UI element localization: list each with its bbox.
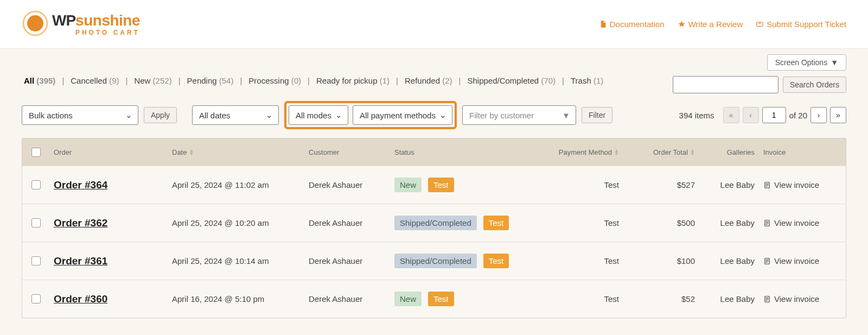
table-row: Order #362April 25, 2024 @ 10:20 amDerek… — [22, 204, 846, 242]
customer-filter-select[interactable]: Filter by customer▼ — [462, 105, 576, 125]
order-method: Test — [547, 294, 623, 304]
count: (252) — [153, 76, 172, 85]
row-checkbox[interactable] — [31, 180, 41, 189]
top-links: Documentation Write a Review Submit Supp… — [599, 20, 846, 29]
status-filter-trash[interactable]: Trash (1) — [571, 76, 603, 85]
order-method: Test — [547, 256, 623, 266]
view-invoice-link[interactable]: View invoice — [763, 180, 819, 189]
count: (9) — [109, 76, 119, 85]
order-total: $527 — [623, 180, 699, 189]
order-date: April 25, 2024 @ 10:14 am — [168, 256, 304, 266]
view-invoice-link[interactable]: View invoice — [763, 256, 819, 266]
status-filter-processing[interactable]: Processing (0) — [248, 76, 301, 85]
filter-button[interactable]: Filter — [582, 107, 612, 123]
order-link[interactable]: Order #361 — [54, 255, 107, 267]
test-pill: Test — [483, 216, 509, 230]
order-link[interactable]: Order #362 — [54, 217, 107, 229]
test-pill: Test — [483, 254, 509, 268]
search-input[interactable] — [673, 76, 778, 93]
status-filter-new[interactable]: New (252) — [134, 76, 171, 85]
first-page-button[interactable]: « — [723, 107, 739, 123]
order-date: April 16, 2024 @ 5:10 pm — [168, 294, 304, 304]
page-input[interactable] — [762, 107, 786, 123]
status-filter-links: All (395)|Cancelled (9)|New (252)|Pendin… — [22, 76, 605, 85]
status-filter-cancelled[interactable]: Cancelled (9) — [71, 76, 119, 85]
view-invoice-link[interactable]: View invoice — [763, 218, 819, 227]
status-filter-refunded[interactable]: Refunded (2) — [405, 76, 452, 85]
count: (395) — [36, 76, 55, 85]
bulk-actions-select[interactable]: Bulk actions⌄ — [22, 105, 138, 125]
ticket-icon — [756, 20, 764, 28]
status-pill: Shipped/Completed — [394, 216, 477, 230]
orders-table: Order Date▲▼ Customer Status Payment Met… — [22, 138, 846, 318]
order-method: Test — [547, 180, 623, 189]
next-page-button[interactable]: › — [810, 107, 827, 123]
review-link[interactable]: Write a Review — [678, 20, 743, 29]
items-count: 394 items — [679, 111, 714, 120]
sun-icon — [22, 10, 49, 39]
chevron-down-icon: ⌄ — [266, 110, 273, 120]
order-gallery: Lee Baby — [699, 218, 759, 227]
screen-options-toggle[interactable]: Screen Options▼ — [767, 54, 846, 71]
docs-link[interactable]: Documentation — [599, 20, 665, 29]
modes-select[interactable]: All modes⌄ — [289, 105, 348, 125]
top-bar: WPsunshine PHOTO CART Documentation Writ… — [0, 0, 868, 49]
payment-methods-select[interactable]: All payment methods⌄ — [353, 105, 452, 125]
count: (1) — [593, 76, 603, 85]
invoice-icon — [763, 181, 771, 189]
order-customer: Derek Ashauer — [304, 180, 390, 189]
status-filter-pending[interactable]: Pending (54) — [187, 76, 234, 85]
status-filter-all[interactable]: All (395) — [24, 76, 55, 85]
order-link[interactable]: Order #364 — [54, 179, 107, 191]
status-pill: New — [394, 178, 422, 192]
order-status: Shipped/CompletedTest — [390, 254, 547, 268]
status-pill: New — [394, 292, 422, 306]
search-orders-button[interactable]: Search Orders — [783, 77, 846, 93]
chevron-down-icon: ▼ — [562, 111, 570, 120]
last-page-button[interactable]: » — [830, 107, 846, 123]
apply-button[interactable]: Apply — [144, 107, 177, 123]
count: (2) — [442, 76, 452, 85]
order-gallery: Lee Baby — [699, 294, 759, 304]
col-date[interactable]: Date▲▼ — [168, 148, 304, 156]
status-filter-shipped-completed[interactable]: Shipped/Completed (70) — [467, 76, 556, 85]
highlighted-filters: All modes⌄ All payment methods⌄ — [284, 101, 457, 129]
row-checkbox[interactable] — [31, 256, 41, 266]
status-filter-ready-for-pickup[interactable]: Ready for pickup (1) — [316, 76, 390, 85]
order-customer: Derek Ashauer — [304, 294, 390, 304]
col-galleries[interactable]: Galleries — [699, 148, 759, 156]
invoice-icon — [763, 295, 771, 303]
sort-icon: ▲▼ — [614, 149, 619, 155]
count: (70) — [541, 76, 556, 85]
count: (1) — [380, 76, 390, 85]
col-order[interactable]: Order — [49, 148, 168, 156]
col-status[interactable]: Status — [390, 148, 547, 156]
order-method: Test — [547, 218, 623, 227]
support-link[interactable]: Submit Support Ticket — [756, 20, 846, 29]
svg-rect-2 — [757, 22, 763, 27]
row-checkbox[interactable] — [31, 218, 41, 227]
col-method[interactable]: Payment Method▲▼ — [547, 148, 623, 156]
order-date: April 25, 2024 @ 11:02 am — [168, 180, 304, 189]
chevron-down-icon: ⌄ — [125, 110, 132, 120]
invoice-icon — [763, 219, 771, 227]
col-customer[interactable]: Customer — [304, 148, 390, 156]
dates-select[interactable]: All dates⌄ — [192, 105, 279, 125]
table-row: Order #360April 16, 2024 @ 5:10 pmDerek … — [22, 280, 846, 318]
select-all-checkbox[interactable] — [31, 148, 41, 157]
order-status: NewTest — [390, 292, 547, 306]
order-customer: Derek Ashauer — [304, 256, 390, 266]
sort-icon: ▲▼ — [690, 149, 695, 155]
col-invoice[interactable]: Invoice — [759, 148, 846, 156]
row-checkbox[interactable] — [31, 294, 41, 304]
count: (0) — [291, 76, 301, 85]
order-date: April 25, 2024 @ 10:20 am — [168, 218, 304, 227]
view-invoice-link[interactable]: View invoice — [763, 294, 819, 304]
brand-subtitle: PHOTO CART — [52, 29, 140, 36]
brand-logo: WPsunshine PHOTO CART — [22, 10, 140, 39]
chevron-down-icon: ▼ — [831, 58, 838, 67]
prev-page-button[interactable]: ‹ — [743, 107, 759, 123]
brand-text: WPsunshine — [52, 13, 140, 28]
order-link[interactable]: Order #360 — [54, 293, 107, 305]
col-total[interactable]: Order Total▲▼ — [623, 148, 699, 156]
